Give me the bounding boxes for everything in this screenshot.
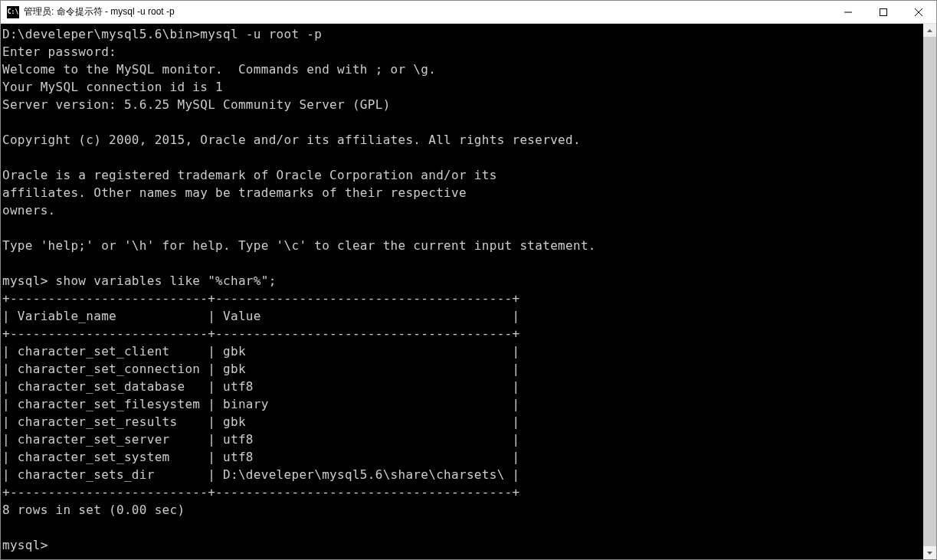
cmd-icon: C:\ [7, 6, 19, 18]
close-button[interactable] [901, 1, 936, 23]
scrollbar-up-button[interactable] [923, 24, 936, 37]
window-controls [831, 1, 936, 23]
close-icon [915, 8, 922, 16]
chevron-up-icon [927, 29, 932, 32]
vertical-scrollbar[interactable] [923, 24, 936, 559]
minimize-icon [844, 8, 852, 16]
command-prompt-window: C:\ 管理员: 命令提示符 - mysql -u root -p D:\dev… [0, 0, 937, 560]
terminal-output[interactable]: D:\develeper\mysql5.6\bin>mysql -u root … [1, 24, 923, 559]
titlebar[interactable]: C:\ 管理员: 命令提示符 - mysql -u root -p [1, 1, 936, 24]
scrollbar-thumb[interactable] [923, 37, 936, 546]
maximize-button[interactable] [866, 1, 901, 23]
maximize-icon [880, 8, 887, 16]
svg-rect-1 [880, 8, 887, 15]
terminal-area: D:\develeper\mysql5.6\bin>mysql -u root … [1, 24, 936, 559]
minimize-button[interactable] [831, 1, 866, 23]
window-title: 管理员: 命令提示符 - mysql -u root -p [24, 5, 831, 18]
scrollbar-down-button[interactable] [923, 546, 936, 559]
chevron-down-icon [927, 552, 932, 555]
